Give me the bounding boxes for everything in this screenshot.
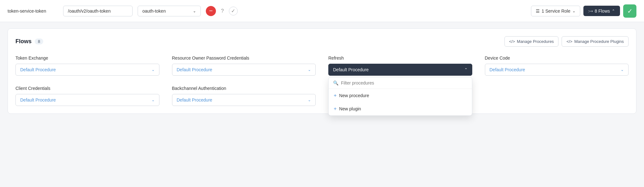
flow-label-refresh: Refresh [328, 56, 472, 61]
filter-procedures-input[interactable] [341, 80, 468, 85]
procedure-dropdown-menu: 🔍 + New procedure + New plugin [328, 77, 472, 116]
check-outline-button[interactable]: ✓ [229, 7, 238, 15]
flows-badge: 8 [35, 38, 43, 44]
minus-button[interactable]: − [206, 6, 216, 16]
flow-item-device-code: Device Code Default Procedure ⌄ [485, 56, 629, 76]
flow-dropdown-refresh[interactable]: Default Procedure ⌃ [328, 64, 472, 76]
manage-plugins-label: Manage Procedure Plugins [574, 39, 624, 44]
service-role-button[interactable]: ☰ 1 Service Role ⌄ [531, 6, 580, 16]
flow-item-backchannel: Backchannel Authentication Default Proce… [172, 86, 316, 106]
check-green-icon: ✓ [627, 7, 633, 15]
new-plugin-item[interactable]: + New plugin [329, 102, 472, 115]
flows-icon: ⧴ [588, 8, 593, 14]
flow-dropdown-token-exchange[interactable]: Default Procedure ⌄ [15, 64, 159, 76]
path-input[interactable] [63, 6, 133, 16]
top-bar: token-service-token oauth-token ⌄ − ? ✓ … [0, 0, 644, 22]
flow-value-refresh: Default Procedure [333, 67, 369, 72]
chevron-down-icon: ⌄ [193, 9, 196, 13]
flow-dropdown-resource-owner[interactable]: Default Procedure ⌄ [172, 64, 316, 76]
oauth-token-dropdown[interactable]: oauth-token ⌄ [138, 6, 201, 16]
save-button[interactable]: ✓ [623, 4, 636, 18]
flow-label-device-code: Device Code [485, 56, 629, 61]
flows-panel: Flows 8 </> Manage Procedures </> Manage… [8, 28, 636, 114]
plus-icon: + [334, 93, 337, 98]
flows-title-text: Flows [15, 38, 32, 45]
flows-header: Flows 8 </> Manage Procedures </> Manage… [15, 36, 629, 47]
flow-label-resource-owner: Resource Owner Password Credentials [172, 56, 316, 61]
flow-item-refresh: Refresh Default Procedure ⌃ 🔍 + New proc… [328, 56, 472, 76]
oauth-token-label: oauth-token [142, 9, 166, 14]
flow-item-token-exchange: Token Exchange Default Procedure ⌄ [15, 56, 159, 76]
search-icon: 🔍 [333, 80, 338, 85]
flows-label: 8 Flows [595, 9, 610, 14]
flows-title: Flows 8 [15, 38, 43, 45]
question-icon[interactable]: ? [221, 8, 224, 14]
flow-item-client-credentials: Client Credentials Default Procedure ⌄ [15, 86, 159, 106]
manage-procedures-label: Manage Procedures [517, 39, 554, 44]
flow-value-backchannel: Default Procedure [177, 97, 212, 102]
token-name: token-service-token [8, 9, 58, 14]
dropdown-pointer [398, 77, 403, 77]
new-procedure-label: New procedure [339, 93, 369, 98]
manage-plugins-button[interactable]: </> Manage Procedure Plugins [562, 36, 629, 47]
chevron-up-icon: ⌃ [464, 67, 468, 72]
new-plugin-label: New plugin [339, 106, 361, 111]
flow-value-token-exchange: Default Procedure [20, 67, 56, 72]
flow-value-resource-owner: Default Procedure [177, 67, 212, 72]
plus-icon: + [334, 106, 337, 112]
chevron-down-icon: ⌄ [308, 98, 311, 102]
service-role-label: 1 Service Role [542, 9, 570, 14]
manage-procedures-button[interactable]: </> Manage Procedures [504, 36, 559, 47]
flow-label-token-exchange: Token Exchange [15, 56, 159, 61]
flows-chevron-icon: ⌃ [612, 9, 615, 13]
manage-procedures-icon: </> [509, 39, 515, 44]
chevron-down-icon: ⌄ [152, 67, 155, 72]
chevron-down-icon: ⌄ [621, 67, 624, 72]
flow-label-backchannel: Backchannel Authentication [172, 86, 316, 91]
chevron-down-icon: ⌄ [152, 98, 155, 102]
flow-dropdown-device-code[interactable]: Default Procedure ⌄ [485, 64, 629, 76]
flow-dropdown-client-credentials[interactable]: Default Procedure ⌄ [15, 94, 159, 106]
chevron-down-icon: ⌄ [308, 67, 311, 72]
manage-plugins-icon: </> [566, 39, 572, 44]
check-outline-icon: ✓ [231, 8, 235, 14]
flow-value-client-credentials: Default Procedure [20, 97, 56, 102]
new-procedure-item[interactable]: + New procedure [329, 89, 472, 102]
top-bar-right: ☰ 1 Service Role ⌄ ⧴ 8 Flows ⌃ ✓ [531, 4, 636, 18]
service-role-icon: ☰ [536, 9, 540, 14]
main-content: Flows 8 </> Manage Procedures </> Manage… [0, 22, 644, 187]
flow-dropdown-backchannel[interactable]: Default Procedure ⌄ [172, 94, 316, 106]
header-actions: </> Manage Procedures </> Manage Procedu… [504, 36, 629, 47]
service-role-chevron-icon: ⌄ [572, 9, 575, 13]
flow-item-resource-owner: Resource Owner Password Credentials Defa… [172, 56, 316, 76]
flow-label-client-credentials: Client Credentials [15, 86, 159, 91]
flows-button[interactable]: ⧴ 8 Flows ⌃ [583, 6, 620, 16]
flows-grid: Token Exchange Default Procedure ⌄ Resou… [15, 56, 629, 106]
flow-value-device-code: Default Procedure [490, 67, 525, 72]
dropdown-search-container: 🔍 [329, 77, 472, 89]
